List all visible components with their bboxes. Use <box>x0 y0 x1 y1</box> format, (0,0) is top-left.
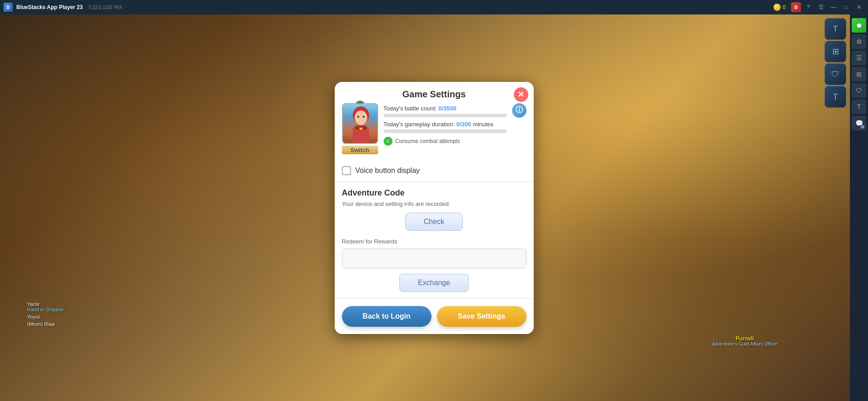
close-button[interactable]: ✕ <box>854 3 864 12</box>
back-to-login-button[interactable]: Back to Login <box>342 306 432 327</box>
minimize-button[interactable]: — <box>828 3 839 12</box>
consume-label: Consume combat attempts <box>395 138 460 144</box>
titlebar-controls: 0 B ? ☰ — □ ✕ <box>773 2 864 12</box>
voice-button-section: Voice button display <box>335 160 534 182</box>
battle-count-label: Today's battle count: <box>384 105 439 112</box>
switch-label[interactable]: Switch <box>342 146 378 154</box>
redeem-input[interactable] <box>342 248 526 268</box>
coin-display: 0 <box>773 4 786 11</box>
titlebar: B BlueStacks App Player 23 5.22.0.1102 P… <box>0 0 868 14</box>
modal-title: Game Settings <box>402 89 465 99</box>
adventure-code-desc: Your device and setting info are recorde… <box>342 200 526 207</box>
battle-count-row: Today's battle count: 0/3500 <box>384 105 507 112</box>
app-title: BlueStacks App Player 23 5.22.0.1102 P64 <box>16 4 773 10</box>
profile-avatar <box>342 103 378 144</box>
modal-header: Game Settings ✕ <box>335 82 534 103</box>
avatar-character-svg <box>343 104 378 144</box>
svg-point-4 <box>357 116 359 118</box>
consume-row: ✓ Consume combat attempts <box>384 137 507 146</box>
redeem-label: Redeem for Rewards <box>342 238 526 245</box>
info-button[interactable]: ⓘ <box>512 103 526 118</box>
modal-overlay: Game Settings ✕ 🦎 <box>0 14 868 401</box>
maximize-button[interactable]: □ <box>841 3 852 12</box>
voice-button-checkbox[interactable] <box>342 166 351 175</box>
gameplay-duration-unit: minutes <box>473 121 493 128</box>
save-settings-button[interactable]: Save Settings <box>437 306 526 327</box>
gameplay-duration-value: 0/300 <box>456 121 471 128</box>
check-button[interactable]: Check <box>405 213 463 231</box>
avatar-wrapper: 🦎 <box>342 103 378 154</box>
modal-close-button[interactable]: ✕ <box>514 87 528 102</box>
help-button[interactable]: ? <box>803 3 814 12</box>
gameplay-duration-bar <box>384 129 507 133</box>
svg-point-5 <box>363 116 365 118</box>
app-logo: B <box>4 3 13 12</box>
modal-footer: Back to Login Save Settings <box>335 298 534 334</box>
adventure-code-title: Adventure Code <box>342 188 526 198</box>
adventure-code-section: Adventure Code Your device and setting i… <box>335 182 534 298</box>
game-settings-modal: Game Settings ✕ 🦎 <box>335 82 534 334</box>
coin-count: 0 <box>783 4 786 10</box>
stats-section: Today's battle count: 0/3500 Today's gam… <box>384 103 507 146</box>
svg-point-1 <box>355 110 367 125</box>
menu-button[interactable]: ☰ <box>816 3 826 12</box>
checkmark-icon: ✓ <box>384 137 393 146</box>
voice-button-label: Voice button display <box>356 167 420 175</box>
info-icon: ⓘ <box>516 105 523 115</box>
exchange-button[interactable]: Exchange <box>399 274 469 292</box>
user-avatar[interactable]: B <box>791 2 801 12</box>
profile-section: 🦎 <box>335 103 534 160</box>
gameplay-duration-row: Today's gameplay duration: 0/300 minutes <box>384 121 507 128</box>
coin-icon <box>773 4 781 11</box>
battle-count-value: 0/3500 <box>438 105 456 112</box>
gameplay-duration-label: Today's gameplay duration: <box>384 121 456 128</box>
battle-count-bar <box>384 114 507 117</box>
